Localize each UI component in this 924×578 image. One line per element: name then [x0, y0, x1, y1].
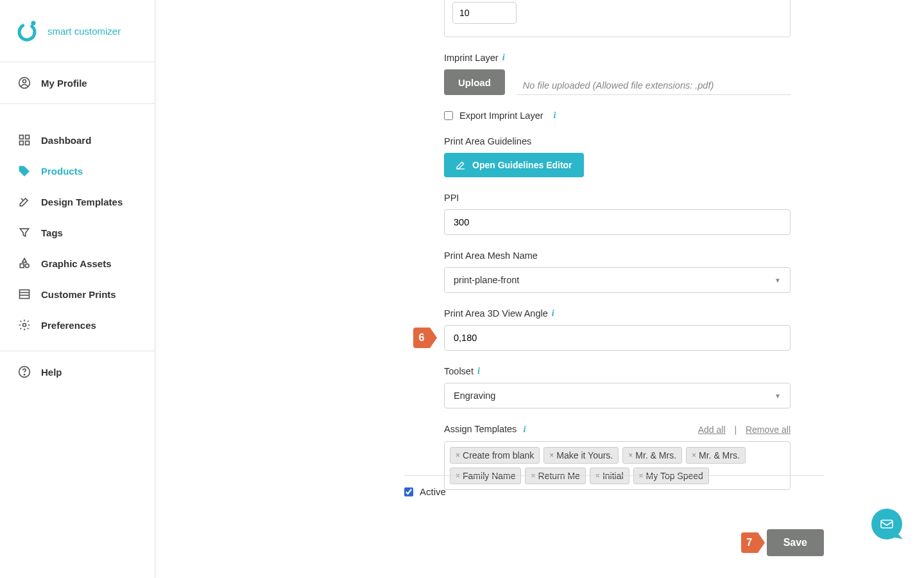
template-tag[interactable]: ×Make it Yours.: [543, 447, 619, 464]
nav-main: Dashboard Products Design Templates Tags…: [0, 112, 155, 400]
view-angle-group: 6 Print Area 3D View Angle i: [444, 308, 791, 351]
mesh-group: Print Area Mesh Name print-plane-front ▼: [444, 250, 791, 293]
toolset-value: Engraving: [454, 390, 495, 401]
top-number-input[interactable]: [452, 2, 517, 24]
pencil-icon: [456, 160, 466, 170]
nav-label: Products: [41, 166, 83, 177]
mail-icon: [879, 516, 894, 532]
mesh-value: print-plane-front: [454, 275, 519, 285]
ppi-group: PPI: [444, 193, 791, 235]
imprint-layer-label: Imprint Layer: [444, 53, 499, 63]
nav-preferences[interactable]: Preferences: [0, 310, 155, 340]
chevron-down-icon: ▼: [774, 277, 781, 284]
divider: [404, 475, 824, 476]
active-label: Active: [420, 486, 446, 497]
template-tag[interactable]: ×Mr. & Mrs.: [622, 447, 682, 464]
add-all-link[interactable]: Add all: [698, 425, 726, 435]
tools-icon: [18, 195, 31, 208]
user-circle-icon: [18, 76, 31, 89]
info-icon[interactable]: i: [523, 425, 526, 434]
templates-label: Assign Templates: [444, 424, 517, 434]
remove-tag-icon[interactable]: ×: [692, 451, 696, 460]
nav-my-profile[interactable]: My Profile: [0, 62, 155, 104]
svg-rect-11: [20, 290, 30, 298]
svg-point-16: [24, 374, 24, 375]
grid-icon: [18, 134, 31, 146]
nav-label: Dashboard: [41, 135, 91, 146]
active-row: Active: [404, 486, 824, 497]
remove-tag-icon[interactable]: ×: [628, 451, 633, 460]
sidebar: smart customizer My Profile Dashboard Pr…: [0, 0, 155, 578]
active-checkbox[interactable]: [404, 487, 413, 496]
remove-all-link[interactable]: Remove all: [746, 425, 791, 435]
svg-point-8: [21, 168, 23, 170]
tag-icon: [18, 164, 31, 177]
export-imprint-checkbox[interactable]: [444, 111, 453, 120]
logo-text: smart customizer: [47, 26, 121, 37]
nav-label: Tags: [41, 227, 63, 238]
nav-label: Design Templates: [41, 197, 123, 207]
footer-area: Active 7 Save: [404, 475, 824, 556]
nav-help[interactable]: Help: [0, 356, 155, 387]
mesh-label: Print Area Mesh Name: [444, 250, 538, 261]
toolset-label: Toolset: [444, 366, 474, 376]
nav-divider: [0, 351, 155, 351]
nav-graphic-assets[interactable]: Graphic Assets: [0, 248, 155, 279]
nav-label: Graphic Assets: [41, 258, 112, 269]
upload-button[interactable]: Upload: [444, 69, 505, 95]
svg-rect-7: [26, 141, 30, 145]
info-icon[interactable]: i: [554, 110, 556, 121]
save-button[interactable]: Save: [767, 529, 824, 556]
remove-tag-icon[interactable]: ×: [549, 451, 554, 460]
nav-customer-prints[interactable]: Customer Prints: [0, 279, 155, 310]
remove-tag-icon[interactable]: ×: [456, 451, 460, 460]
nav-tags[interactable]: Tags: [0, 217, 155, 248]
view-angle-input[interactable]: [444, 325, 791, 351]
guidelines-group: Print Area Guidelines Open Guidelines Ed…: [444, 136, 791, 177]
info-icon[interactable]: i: [552, 308, 554, 319]
step-marker-6: 6: [413, 328, 430, 348]
tag-label: Make it Yours.: [556, 450, 613, 460]
open-guidelines-button[interactable]: Open Guidelines Editor: [444, 153, 584, 177]
info-icon[interactable]: i: [502, 53, 505, 63]
template-tag[interactable]: ×Create from blank: [450, 447, 540, 464]
nav-label: Customer Prints: [41, 289, 116, 300]
ppi-input[interactable]: [444, 209, 791, 235]
nav-products[interactable]: Products: [0, 155, 155, 186]
chat-fab[interactable]: [871, 509, 902, 539]
export-imprint-row: Export Imprint Layer i: [444, 110, 791, 121]
template-tag[interactable]: ×Mr. & Mrs.: [686, 447, 746, 464]
svg-point-1: [31, 21, 36, 26]
nav-label: Preferences: [41, 320, 96, 331]
ppi-label: PPI: [444, 193, 459, 203]
svg-point-10: [25, 264, 29, 268]
imprint-layer-group: Imprint Layer i Upload No file uploaded …: [444, 53, 791, 95]
view-angle-label: Print Area 3D View Angle: [444, 308, 548, 319]
logo-icon: [15, 19, 38, 42]
top-number-container: [444, 0, 791, 37]
tag-label: Mr. & Mrs.: [635, 450, 676, 460]
info-icon[interactable]: i: [477, 366, 480, 376]
guidelines-button-label: Open Guidelines Editor: [472, 160, 572, 170]
step-marker-7: 7: [741, 532, 758, 553]
nav-design-templates[interactable]: Design Templates: [0, 186, 155, 217]
upload-hint: No file uploaded (Allowed file extension…: [517, 80, 791, 95]
main-content: Imprint Layer i Upload No file uploaded …: [155, 0, 924, 505]
list-icon: [18, 288, 31, 301]
mesh-select[interactable]: print-plane-front ▼: [444, 267, 791, 293]
svg-point-3: [23, 80, 26, 83]
chevron-down-icon: ▼: [774, 392, 781, 399]
svg-rect-18: [881, 520, 893, 528]
nav-label: My Profile: [41, 78, 87, 89]
guidelines-label: Print Area Guidelines: [444, 136, 531, 146]
svg-rect-4: [20, 136, 24, 139]
shapes-icon: [18, 257, 31, 270]
separator: |: [734, 425, 737, 435]
gear-icon: [18, 319, 31, 331]
svg-rect-9: [20, 264, 24, 268]
nav-dashboard[interactable]: Dashboard: [0, 125, 155, 155]
filter-icon: [18, 226, 31, 239]
toolset-select[interactable]: Engraving ▼: [444, 383, 791, 408]
help-icon: [18, 365, 31, 378]
logo-area: smart customizer: [0, 0, 155, 62]
